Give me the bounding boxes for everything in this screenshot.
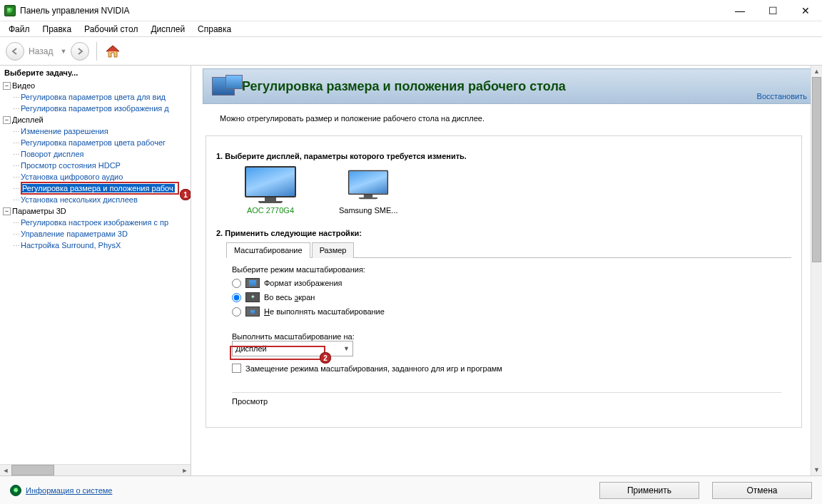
radio-label: Не выполнять масштабирование bbox=[264, 307, 385, 316]
radio-fullscreen[interactable]: ✦ Во весь экран bbox=[232, 292, 781, 302]
radio-aspect-ratio[interactable]: Формат изображения bbox=[232, 278, 781, 288]
mode-icon-aspect bbox=[245, 278, 260, 288]
window-title: Панель управления NVIDIA bbox=[20, 6, 724, 16]
tree-item[interactable]: ⋯Установка цифрового аудио bbox=[3, 171, 191, 182]
checkbox-label: Замещение режима масштабирования, заданн… bbox=[245, 364, 502, 373]
main-panel: Регулировка размера и положения рабочего… bbox=[191, 66, 822, 475]
tree-item[interactable]: ⋯Регулировка параметров цвета для вид bbox=[3, 91, 191, 103]
tree-item[interactable]: ⋯Регулировка параметров цвета рабочег bbox=[3, 137, 191, 148]
menu-help[interactable]: Справка bbox=[192, 23, 237, 36]
main-vertical-scrollbar[interactable]: ▲ ▼ bbox=[811, 66, 822, 475]
divider bbox=[232, 380, 781, 393]
radio-input[interactable] bbox=[232, 293, 241, 302]
home-button[interactable] bbox=[104, 43, 121, 59]
radio-label: Во весь экран bbox=[264, 293, 315, 302]
collapse-icon[interactable]: − bbox=[3, 207, 11, 215]
chevron-down-icon: ▼ bbox=[343, 345, 350, 352]
tree-item-adjust-size-position[interactable]: ⋯Регулировка размера и положения рабоч bbox=[3, 182, 191, 194]
back-label: Назад bbox=[29, 46, 53, 56]
toolbar-separator bbox=[96, 42, 97, 61]
menu-edit[interactable]: Правка bbox=[37, 23, 78, 36]
close-button[interactable]: ✕ bbox=[789, 0, 822, 21]
tab-scaling[interactable]: Масштабирование bbox=[226, 242, 310, 258]
scroll-left-icon[interactable]: ◄ bbox=[0, 465, 11, 475]
scaling-mode-prompt: Выберите режим масштабирования: bbox=[232, 265, 781, 274]
display-option-1[interactable]: AOC 2770G4 bbox=[245, 166, 296, 215]
scroll-right-icon[interactable]: ► bbox=[179, 465, 191, 475]
scrollbar-thumb[interactable] bbox=[11, 465, 54, 475]
tab-strip: Масштабирование Размер bbox=[226, 242, 791, 258]
tree-item[interactable]: ⋯Управление параметрами 3D bbox=[3, 228, 191, 240]
settings-panel: 1. Выберите дисплей, параметры которого … bbox=[206, 135, 802, 428]
annotation-badge-2: 2 bbox=[320, 352, 331, 364]
tab-body-scaling: Выберите режим масштабирования: Формат и… bbox=[216, 258, 791, 427]
sidebar: Выберите задачу... −Видео ⋯Регулировка п… bbox=[0, 66, 191, 475]
back-dropdown-icon[interactable]: ▼ bbox=[60, 48, 66, 55]
scrollbar-thumb[interactable] bbox=[812, 77, 821, 262]
radio-input[interactable] bbox=[232, 279, 241, 288]
tree-cat-3d[interactable]: −Параметры 3D bbox=[3, 205, 191, 217]
tree-item[interactable]: ⋯Регулировка параметров изображения д bbox=[3, 103, 191, 114]
menu-file[interactable]: Файл bbox=[3, 23, 36, 36]
tree-cat-display[interactable]: −Дисплей bbox=[3, 114, 191, 125]
display-name: AOC 2770G4 bbox=[245, 206, 296, 215]
menu-display[interactable]: Дисплей bbox=[145, 23, 191, 36]
spacer bbox=[232, 410, 781, 423]
scroll-up-icon[interactable]: ▲ bbox=[811, 66, 822, 77]
page-intro: Можно отрегулировать размер и положение … bbox=[220, 114, 801, 123]
perform-scaling-on-label: Выполнить масштабирование на: bbox=[232, 332, 781, 341]
minimize-button[interactable]: — bbox=[724, 0, 756, 21]
perform-scaling-on-dropdown[interactable]: Дисплей ▼ bbox=[232, 341, 353, 356]
menu-desktop[interactable]: Рабочий стол bbox=[78, 23, 143, 36]
scroll-down-icon[interactable]: ▼ bbox=[811, 464, 822, 475]
task-tree: −Видео ⋯Регулировка параметров цвета для… bbox=[0, 80, 191, 251]
window-controls: — ☐ ✕ bbox=[724, 0, 822, 21]
toolbar: Назад ▼ bbox=[0, 37, 822, 66]
workspace: Выберите задачу... −Видео ⋯Регулировка п… bbox=[0, 66, 822, 475]
tree-item[interactable]: ⋯Поворот дисплея bbox=[3, 148, 191, 160]
tree-item[interactable]: ⋯Установка нескольких дисплеев bbox=[3, 194, 191, 205]
sidebar-horizontal-scrollbar[interactable]: ◄ ► bbox=[0, 464, 191, 475]
display-name: Samsung SME... bbox=[339, 206, 398, 215]
checkbox[interactable] bbox=[232, 364, 241, 373]
radio-input[interactable] bbox=[232, 307, 241, 317]
tab-size[interactable]: Размер bbox=[312, 242, 355, 258]
restore-link[interactable]: Восстановить bbox=[757, 92, 807, 101]
override-checkbox-row[interactable]: Замещение режима масштабирования, заданн… bbox=[232, 364, 781, 373]
radio-label: Формат изображения bbox=[264, 279, 342, 287]
tree-item[interactable]: ⋯Регулировка настроек изображения с пр bbox=[3, 217, 191, 228]
display-selector: AOC 2770G4 Samsung SME... bbox=[245, 166, 791, 215]
monitor-icon bbox=[245, 166, 296, 203]
sysinfo-icon: ✹ bbox=[10, 485, 21, 496]
maximize-button[interactable]: ☐ bbox=[756, 0, 789, 21]
step2-label: 2. Применить следующие настройки: bbox=[216, 229, 791, 237]
dropdown-value: Дисплей bbox=[235, 344, 267, 353]
mode-icon-fullscreen: ✦ bbox=[245, 292, 260, 302]
step1-label: 1. Выберите дисплей, параметры которого … bbox=[216, 152, 791, 160]
collapse-icon[interactable]: − bbox=[3, 82, 11, 90]
titlebar: Панель управления NVIDIA — ☐ ✕ bbox=[0, 0, 822, 21]
display-option-2[interactable]: Samsung SME... bbox=[339, 166, 398, 215]
sysinfo-link[interactable]: Информация о системе bbox=[26, 486, 112, 495]
mode-icon-noscale bbox=[245, 307, 260, 317]
monitor-icon bbox=[348, 170, 388, 200]
menubar: Файл Правка Рабочий стол Дисплей Справка bbox=[0, 21, 822, 37]
tree-item[interactable]: ⋯Настройка Surround, PhysX bbox=[3, 240, 191, 251]
nvidia-app-icon bbox=[4, 5, 16, 16]
preview-label: Просмотр bbox=[232, 397, 781, 406]
radio-no-scaling[interactable]: Не выполнять масштабирование bbox=[232, 307, 781, 317]
apply-button[interactable]: Применить bbox=[599, 482, 699, 499]
collapse-icon[interactable]: − bbox=[3, 116, 11, 124]
page-header-icon bbox=[212, 77, 235, 96]
cancel-button[interactable]: Отмена bbox=[712, 482, 812, 499]
tree-cat-video[interactable]: −Видео bbox=[3, 80, 191, 91]
footer: ✹ Информация о системе Применить Отмена bbox=[0, 475, 822, 504]
tree-item[interactable]: ⋯Изменение разрешения bbox=[3, 125, 191, 137]
forward-button[interactable] bbox=[71, 42, 89, 61]
task-prompt: Выберите задачу... bbox=[0, 66, 191, 80]
back-button[interactable] bbox=[6, 42, 24, 61]
page-header: Регулировка размера и положения рабочего… bbox=[203, 68, 815, 104]
tree-item[interactable]: ⋯Просмотр состояния HDCP bbox=[3, 160, 191, 171]
annotation-badge-1: 1 bbox=[180, 189, 191, 200]
page-title: Регулировка размера и положения рабочего… bbox=[242, 79, 566, 94]
